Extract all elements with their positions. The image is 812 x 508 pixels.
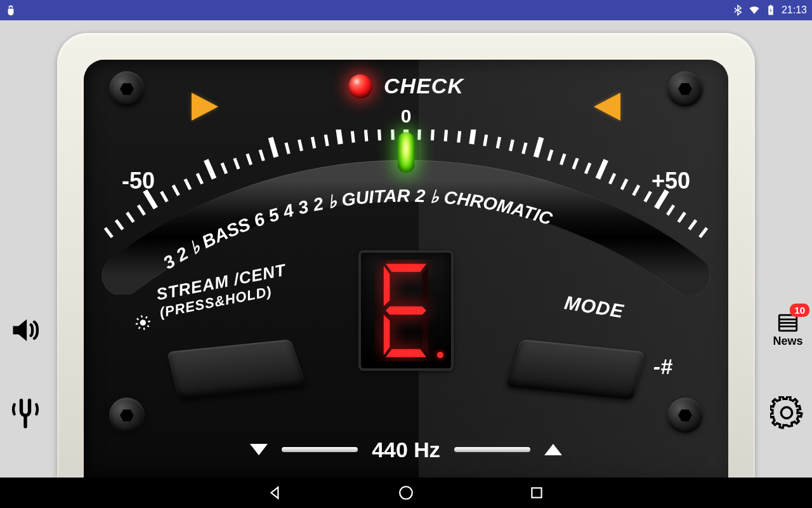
accidental-label: -# bbox=[653, 354, 672, 379]
tuner-panel: CHECK 0 -50 +50 bbox=[84, 60, 728, 478]
svg-rect-4 bbox=[769, 5, 771, 6]
flat-arrow-icon bbox=[192, 93, 218, 121]
wifi-icon bbox=[749, 4, 760, 16]
svg-line-32 bbox=[379, 130, 380, 140]
svg-line-39 bbox=[471, 130, 474, 144]
svg-line-61 bbox=[141, 316, 142, 318]
svg-line-30 bbox=[352, 131, 353, 143]
battery-charging-icon bbox=[765, 4, 776, 16]
svg-point-0 bbox=[9, 7, 10, 8]
svg-line-37 bbox=[445, 130, 446, 142]
screw-icon bbox=[109, 71, 145, 107]
settings-button[interactable] bbox=[769, 395, 804, 431]
svg-line-10 bbox=[105, 228, 112, 237]
svg-line-25 bbox=[286, 143, 289, 154]
check-indicator: CHECK bbox=[348, 74, 464, 98]
svg-line-13 bbox=[138, 205, 145, 215]
svg-line-47 bbox=[573, 158, 577, 169]
home-button[interactable] bbox=[398, 485, 414, 501]
svg-line-55 bbox=[667, 205, 674, 215]
svg-line-15 bbox=[161, 192, 167, 202]
svg-line-68 bbox=[145, 316, 147, 318]
svg-rect-70 bbox=[532, 488, 541, 497]
svg-line-57 bbox=[689, 220, 696, 230]
bluetooth-icon bbox=[732, 4, 743, 16]
seg-f bbox=[384, 266, 390, 307]
svg-line-28 bbox=[325, 135, 327, 146]
svg-line-12 bbox=[127, 213, 133, 222]
svg-line-20 bbox=[222, 163, 226, 174]
svg-line-22 bbox=[247, 154, 251, 164]
screw-icon bbox=[667, 398, 703, 433]
svg-point-60 bbox=[140, 319, 147, 326]
svg-line-44 bbox=[536, 138, 542, 157]
svg-line-27 bbox=[312, 137, 314, 149]
svg-line-43 bbox=[523, 143, 526, 154]
seg-d bbox=[386, 349, 426, 358]
led-red-icon bbox=[348, 74, 372, 98]
screw-icon bbox=[109, 398, 145, 433]
zero-cent-label: 0 bbox=[401, 105, 412, 127]
hz-down-button[interactable] bbox=[250, 444, 268, 455]
hz-track bbox=[282, 447, 358, 452]
svg-line-31 bbox=[365, 130, 366, 142]
svg-line-11 bbox=[116, 220, 123, 230]
svg-line-41 bbox=[497, 137, 499, 149]
seg-a bbox=[386, 264, 426, 272]
back-button[interactable] bbox=[267, 485, 284, 501]
svg-rect-2 bbox=[8, 9, 14, 10]
news-button[interactable]: News 10 bbox=[770, 312, 806, 348]
clock: 21:13 bbox=[782, 4, 807, 16]
svg-line-58 bbox=[700, 228, 707, 237]
svg-line-21 bbox=[235, 158, 239, 169]
android-status-bar: 21:13 bbox=[0, 0, 812, 20]
sharp-arrow-icon bbox=[594, 93, 620, 121]
svg-line-49 bbox=[598, 160, 606, 178]
hz-track bbox=[454, 447, 530, 452]
svg-line-54 bbox=[657, 190, 667, 208]
app-content: News 10 CHECK 0 -50 +50 bbox=[0, 20, 812, 478]
mode-label: MODE bbox=[563, 292, 625, 323]
svg-line-48 bbox=[586, 163, 590, 174]
check-label: CHECK bbox=[384, 74, 464, 98]
hz-up-button[interactable] bbox=[544, 444, 562, 455]
seg-dot-icon bbox=[437, 352, 443, 358]
tuner-bezel: CHECK 0 -50 +50 bbox=[57, 33, 755, 478]
svg-line-24 bbox=[271, 138, 277, 157]
svg-line-52 bbox=[633, 185, 639, 196]
svg-line-45 bbox=[549, 150, 552, 161]
svg-line-26 bbox=[299, 140, 302, 151]
svg-line-53 bbox=[645, 192, 651, 202]
svg-line-50 bbox=[610, 173, 615, 184]
svg-line-23 bbox=[260, 150, 263, 161]
svg-line-16 bbox=[173, 185, 179, 196]
svg-line-19 bbox=[206, 160, 214, 178]
note-display bbox=[358, 250, 454, 371]
tuning-indicator-led bbox=[398, 132, 414, 173]
android-nav-bar bbox=[0, 478, 812, 508]
svg-line-42 bbox=[511, 140, 513, 151]
svg-line-17 bbox=[185, 179, 190, 189]
svg-line-36 bbox=[432, 130, 433, 140]
svg-line-40 bbox=[485, 135, 487, 146]
brightness-icon bbox=[133, 312, 154, 338]
recents-button[interactable] bbox=[528, 485, 545, 501]
svg-line-66 bbox=[147, 325, 149, 327]
seg-c bbox=[422, 314, 429, 355]
svg-point-1 bbox=[11, 7, 13, 8]
svg-line-63 bbox=[136, 324, 138, 324]
svg-line-62 bbox=[144, 328, 145, 330]
seg-e bbox=[384, 314, 390, 355]
screw-icon bbox=[667, 71, 703, 107]
svg-line-14 bbox=[145, 190, 156, 208]
mode-button[interactable] bbox=[505, 339, 645, 400]
reference-pitch-row: 440 Hz bbox=[84, 431, 728, 469]
svg-line-65 bbox=[137, 318, 139, 320]
speaker-icon[interactable] bbox=[8, 312, 43, 348]
svg-line-56 bbox=[678, 213, 684, 222]
tuning-fork-icon[interactable] bbox=[8, 395, 43, 431]
news-badge: 10 bbox=[790, 304, 809, 317]
svg-line-51 bbox=[622, 179, 627, 189]
stream-cent-button[interactable] bbox=[167, 339, 307, 400]
svg-line-67 bbox=[138, 327, 140, 329]
